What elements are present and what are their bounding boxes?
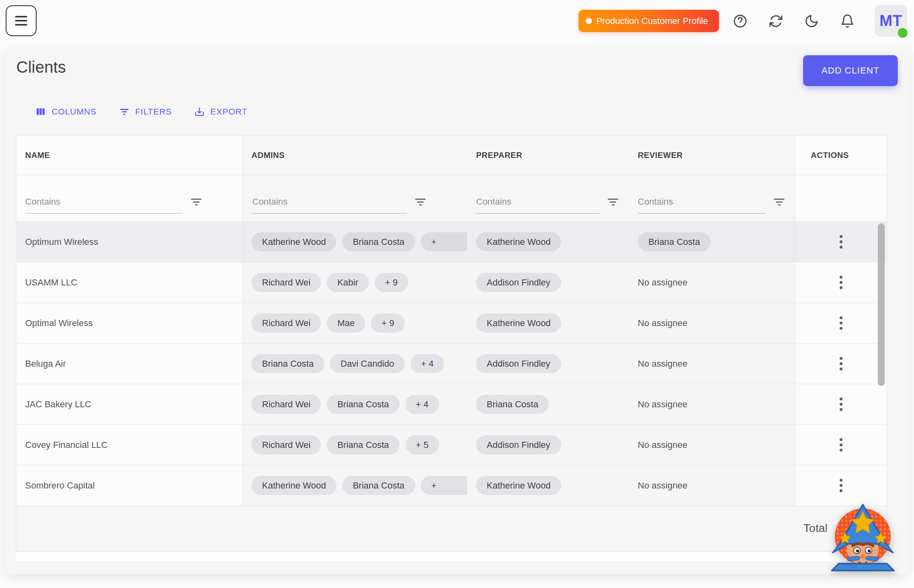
assignee-chip[interactable]: Katherine Wood: [476, 232, 561, 251]
filter-icon[interactable]: [414, 199, 427, 205]
table-row[interactable]: Optimum Wireless Katherine WoodBriana Co…: [16, 222, 887, 262]
wizard-mascot[interactable]: [827, 502, 899, 572]
actions-cell: [795, 344, 887, 384]
user-avatar[interactable]: MT: [875, 5, 907, 37]
assignee-chip[interactable]: Richard Wei: [251, 395, 321, 414]
topbar-right-cluster: Production Customer Profile: [578, 5, 907, 37]
more-vertical-icon: [840, 276, 843, 279]
refresh-button[interactable]: [767, 12, 785, 30]
reviewer-cell: No assignee: [629, 344, 795, 384]
notifications-button[interactable]: [838, 12, 856, 30]
admins-cell: Richard WeiBriana Costa+ 4: [243, 384, 467, 424]
reviewer-cell: No assignee: [629, 465, 795, 506]
columns-button[interactable]: COLUMNS: [35, 106, 97, 117]
assignee-chip[interactable]: Briana Costa: [342, 232, 415, 251]
assignee-chip[interactable]: Addison Findley: [476, 354, 561, 373]
admins-cell: Katherine WoodBriana Costa+: [243, 465, 467, 506]
column-header-admins[interactable]: ADMINS: [243, 136, 467, 175]
preparer-cell: Addison Findley: [467, 425, 629, 465]
input-underline: [638, 213, 766, 214]
reviewer-cell: No assignee: [629, 262, 795, 303]
row-menu-button[interactable]: [834, 432, 848, 457]
input-underline: [476, 213, 600, 214]
row-menu-button[interactable]: [834, 392, 848, 417]
assignee-chip[interactable]: + 9: [375, 273, 408, 292]
preparer-cell: Addison Findley: [467, 262, 629, 303]
table-row[interactable]: Sombrero Capital Katherine WoodBriana Co…: [16, 465, 887, 506]
table-row[interactable]: Beluga Air Briana CostaDavi Candido+ 4 A…: [16, 344, 887, 384]
row-menu-button[interactable]: [834, 351, 848, 376]
assignee-chip[interactable]: +: [421, 476, 467, 495]
row-menu-button[interactable]: [834, 311, 848, 335]
refresh-icon: [769, 14, 783, 28]
table-row[interactable]: USAMM LLC Richard WeiKabir+ 9 Addison Fi…: [16, 262, 887, 303]
admins-cell: Briana CostaDavi Candido+ 4: [243, 344, 467, 384]
column-header-actions: ACTIONS: [795, 136, 887, 175]
actions-cell: [795, 465, 887, 506]
assignee-chip[interactable]: Richard Wei: [251, 273, 321, 292]
dark-mode-icon: [804, 14, 819, 28]
assignee-chip[interactable]: Davi Candido: [330, 354, 405, 373]
row-menu-button[interactable]: [834, 473, 848, 498]
assignee-chip[interactable]: Katherine Wood: [476, 313, 561, 333]
filter-placeholder: Contains: [638, 197, 673, 207]
assignee-chip[interactable]: Briana Costa: [327, 395, 399, 414]
export-button[interactable]: EXPORT: [194, 106, 247, 117]
assignee-chip[interactable]: Briana Costa: [638, 232, 710, 251]
table-row[interactable]: JAC Bakery LLC Richard WeiBriana Costa+ …: [16, 384, 887, 425]
filter-cell-actions: [795, 175, 887, 221]
assignee-chip[interactable]: + 4: [405, 395, 439, 414]
assignee-chip[interactable]: +: [421, 232, 467, 251]
assignee-chip[interactable]: Mae: [327, 313, 365, 333]
input-underline: [252, 213, 407, 214]
filter-icon[interactable]: [773, 199, 785, 205]
assignee-chip[interactable]: Briana Costa: [251, 354, 324, 373]
filter-placeholder: Contains: [252, 197, 288, 207]
table-row[interactable]: Optimal Wireless Richard WeiMae+ 9 Kathe…: [16, 303, 887, 344]
menu-button[interactable]: [6, 5, 37, 36]
reviewer-filter-input[interactable]: Contains: [638, 197, 785, 214]
assignee-chip[interactable]: Kabir: [327, 273, 368, 292]
assignee-chip[interactable]: Richard Wei: [251, 313, 321, 333]
export-button-label: EXPORT: [210, 107, 247, 117]
admins-cell: Richard WeiKabir+ 9: [243, 262, 467, 303]
column-header-reviewer[interactable]: REVIEWER: [629, 136, 795, 175]
assignee-chip[interactable]: + 5: [405, 435, 439, 454]
preparer-cell: Katherine Wood: [467, 303, 629, 343]
admins-cell: Katherine WoodBriana Costa+: [243, 222, 467, 262]
preparer-cell: Katherine Wood: [467, 222, 629, 262]
assignee-chip[interactable]: Richard Wei: [251, 435, 321, 454]
column-header-preparer[interactable]: PREPARER: [467, 136, 629, 175]
assignee-chip[interactable]: Katherine Wood: [251, 232, 336, 251]
assignee-chip[interactable]: Katherine Wood: [251, 476, 336, 495]
assignee-chip[interactable]: + 4: [410, 354, 444, 373]
more-vertical-icon: [840, 398, 843, 400]
dark-mode-button[interactable]: [803, 12, 821, 30]
name-filter-input[interactable]: Contains: [25, 197, 202, 214]
assignee-chip[interactable]: Addison Findley: [476, 273, 561, 292]
assignee-chip[interactable]: Katherine Wood: [476, 476, 561, 495]
add-client-button[interactable]: ADD CLIENT: [803, 55, 898, 86]
help-button[interactable]: [731, 12, 749, 30]
row-menu-button[interactable]: [834, 229, 848, 254]
columns-button-label: COLUMNS: [52, 107, 97, 117]
admins-cell: Richard WeiMae+ 9: [243, 303, 467, 343]
row-menu-button[interactable]: [834, 270, 848, 295]
filter-icon[interactable]: [190, 199, 202, 205]
reviewer-cell: No assignee: [629, 425, 795, 465]
column-header-name[interactable]: NAME: [16, 136, 243, 175]
filter-icon[interactable]: [607, 199, 619, 205]
client-name-cell: JAC Bakery LLC: [16, 384, 243, 424]
vertical-scrollbar-thumb[interactable]: [878, 223, 885, 386]
admins-filter-input[interactable]: Contains: [252, 197, 427, 214]
preparer-filter-input[interactable]: Contains: [476, 197, 619, 214]
assignee-chip[interactable]: Briana Costa: [327, 435, 399, 454]
assignee-chip[interactable]: Addison Findley: [476, 435, 561, 454]
filters-button[interactable]: FILTERS: [119, 106, 172, 117]
assignee-chip[interactable]: + 9: [371, 313, 405, 333]
assignee-chip[interactable]: Briana Costa: [476, 395, 549, 414]
no-assignee-text: No assignee: [638, 277, 687, 288]
assignee-chip[interactable]: Briana Costa: [342, 476, 415, 495]
wizard-mascot-icon: [827, 502, 899, 572]
table-row[interactable]: Covey Financial LLC Richard WeiBriana Co…: [16, 425, 887, 465]
